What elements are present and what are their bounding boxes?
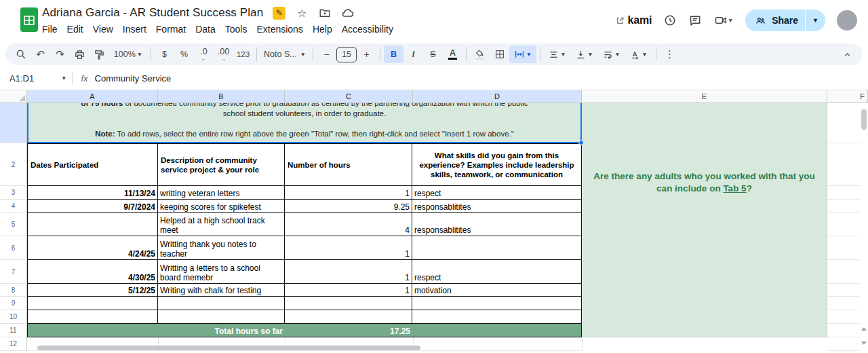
column-header-a[interactable]: A <box>27 90 158 103</box>
header-hours[interactable]: Number of hours <box>285 144 412 186</box>
decrease-decimal-button[interactable]: .0← <box>194 45 214 63</box>
cell-date[interactable]: 4/30/25 <box>28 260 158 284</box>
cell-f11[interactable] <box>827 324 860 337</box>
cell-f2[interactable] <box>827 143 860 186</box>
increase-font-size-button[interactable]: + <box>357 45 376 63</box>
meet-video-call-button[interactable]: ▼ <box>713 14 734 27</box>
cell-f8[interactable] <box>827 284 860 297</box>
scroll-down-arrow[interactable] <box>861 341 867 345</box>
row-header-11[interactable]: 11 <box>0 324 27 337</box>
menu-view[interactable]: View <box>88 22 118 36</box>
cell-description[interactable] <box>158 310 285 324</box>
total-row-cell-a[interactable] <box>28 324 158 337</box>
cell-date[interactable] <box>28 213 158 236</box>
total-label[interactable]: Total hours so far <box>158 324 285 337</box>
cell-skills[interactable] <box>412 236 581 260</box>
italic-button[interactable]: I <box>403 45 423 63</box>
cell-f4[interactable] <box>827 200 860 213</box>
vertical-align-button[interactable]: ▼ <box>571 45 598 63</box>
cloud-saved-icon[interactable] <box>341 6 355 20</box>
redo-button[interactable]: ↷ <box>50 45 70 63</box>
row-header-2[interactable]: 2 <box>0 143 27 186</box>
cell-description[interactable]: Writing with chalk for testing <box>158 284 285 297</box>
horizontal-scrollbar[interactable] <box>37 346 420 350</box>
cell-description[interactable]: Writting a letters to a school board mem… <box>158 260 285 284</box>
menu-edit[interactable]: Edit <box>62 22 88 36</box>
bold-button[interactable]: B <box>384 45 403 63</box>
paint-format-button[interactable] <box>90 45 109 63</box>
fill-color-button[interactable] <box>470 45 490 63</box>
row-header-8[interactable]: 8 <box>0 284 27 297</box>
column-header-f[interactable]: F <box>827 90 868 103</box>
font-select[interactable]: Noto S...▼ <box>260 45 309 63</box>
tab-5-link[interactable]: Tab 5 <box>723 183 746 193</box>
cell-hours[interactable] <box>285 297 412 310</box>
name-box[interactable]: A1:D1 <box>0 73 61 83</box>
move-to-folder-icon[interactable] <box>318 6 332 20</box>
menu-data[interactable]: Data <box>191 22 220 36</box>
share-button[interactable]: Share ▼ <box>745 10 825 31</box>
header-description[interactable]: Description of community service project… <box>158 144 285 186</box>
cell-f12[interactable] <box>827 337 860 351</box>
cell-skills[interactable]: respect <box>412 186 581 200</box>
strikethrough-button[interactable]: S <box>423 45 443 63</box>
cell-description[interactable] <box>158 297 285 310</box>
cell-hours[interactable] <box>285 310 412 324</box>
cell-date[interactable] <box>28 310 158 324</box>
cell-a1-instructions[interactable]: of 75 hours of documented community serv… <box>27 103 582 143</box>
row-header-4[interactable]: 4 <box>0 200 27 213</box>
zoom-select[interactable]: 100%▼ <box>109 45 147 63</box>
selection-fill-handle[interactable] <box>578 140 584 145</box>
cell-hours[interactable]: 9.25 <box>285 200 412 213</box>
total-row-cell-d[interactable] <box>412 324 581 337</box>
cell-description[interactable]: writting veteran letters <box>158 186 285 200</box>
menu-help[interactable]: Help <box>308 22 337 36</box>
kami-extension-icon[interactable]: ✎ <box>273 7 285 20</box>
menu-extensions[interactable]: Extensions <box>252 22 307 36</box>
format-currency-button[interactable]: $ <box>155 45 174 63</box>
cell-skills[interactable]: responsablitites <box>412 200 581 213</box>
search-menus-button[interactable] <box>11 45 31 63</box>
column-header-c[interactable]: C <box>285 90 413 103</box>
share-caret-icon[interactable]: ▼ <box>806 10 825 31</box>
total-value[interactable]: 17.25 <box>285 324 412 337</box>
header-skills[interactable]: What skills did you gain from this exper… <box>412 144 581 186</box>
vertical-scrollbar[interactable] <box>861 109 867 130</box>
kami-open-button[interactable]: kami <box>616 14 652 26</box>
comments-icon[interactable] <box>688 14 702 27</box>
row-header-9[interactable]: 9 <box>0 297 27 310</box>
text-color-button[interactable]: A <box>443 45 462 63</box>
cell-skills[interactable] <box>412 297 581 310</box>
row-header-7[interactable]: 7 <box>0 260 27 284</box>
column-header-e[interactable]: E <box>582 90 827 103</box>
cell-hours[interactable]: 1 <box>285 260 412 284</box>
cell-f9[interactable] <box>827 297 860 310</box>
column-header-d[interactable]: D <box>413 90 582 103</box>
cell-skills[interactable]: responsablitites <box>412 213 581 236</box>
row-header-5[interactable]: 5 <box>0 213 27 236</box>
scroll-up-arrow[interactable] <box>861 327 867 331</box>
account-avatar[interactable] <box>837 10 857 31</box>
borders-button[interactable] <box>490 45 509 63</box>
cell-f10[interactable] <box>827 310 860 324</box>
merge-cells-button[interactable]: ▼ <box>509 45 536 63</box>
cell-hours[interactable]: 4 <box>285 213 412 236</box>
row-header-10[interactable]: 10 <box>0 310 27 324</box>
cell-f3[interactable] <box>827 186 860 200</box>
row-header-6[interactable]: 6 <box>0 236 27 260</box>
cell-date[interactable]: 11/13/24 <box>28 186 158 200</box>
cell-description[interactable]: Writting thank you notes to teacher <box>158 236 285 260</box>
increase-decimal-button[interactable]: .00→ <box>214 45 233 63</box>
text-rotation-button[interactable]: ▼ <box>625 45 652 63</box>
cell-e1-side-note[interactable]: Are there any adults who you worked with… <box>582 103 827 337</box>
cell-f1[interactable] <box>827 103 860 143</box>
row-header-12[interactable]: 12 <box>0 337 27 351</box>
hide-menus-button[interactable] <box>837 45 857 63</box>
print-button[interactable] <box>70 45 90 63</box>
menu-insert[interactable]: Insert <box>118 22 151 36</box>
cell-date[interactable]: 9/7/2024 <box>28 200 158 213</box>
more-formats-button[interactable]: 123 <box>233 45 253 63</box>
select-all-corner[interactable] <box>0 90 27 103</box>
menu-tools[interactable]: Tools <box>220 22 252 36</box>
cell-skills[interactable] <box>412 310 581 324</box>
